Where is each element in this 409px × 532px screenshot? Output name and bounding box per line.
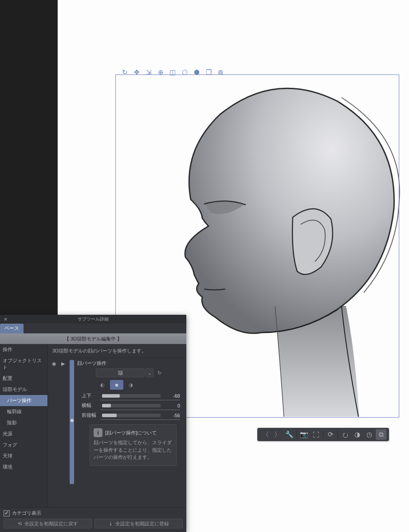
cube-wire-icon[interactable]: ◫ xyxy=(168,67,177,77)
slider-value[interactable]: 0 xyxy=(163,403,180,408)
cat-フォグ[interactable]: フォグ xyxy=(0,439,47,450)
panel-footer: カテゴリ表示 ⟲ 全設定を初期設定に戻す ⤓ 全設定を初期設定に登録 xyxy=(0,507,186,532)
slider-横幅: 横幅 0 xyxy=(82,402,180,409)
slider-track[interactable] xyxy=(102,394,161,398)
view-toolbar: 〈 〉 🔧 📷 ⛶ ⟳ ⭮ ◑ ◷ ⧉ xyxy=(257,428,389,441)
tab-base[interactable]: ベース xyxy=(0,324,24,333)
cube-up-icon[interactable]: ⬡ xyxy=(180,67,189,77)
show-category-label: カテゴリ表示 xyxy=(12,510,41,516)
layers-add-icon[interactable]: ⧉ xyxy=(376,429,386,440)
cube-cycle-icon[interactable]: ◑ xyxy=(352,429,362,440)
move-3d-icon[interactable]: ✥ xyxy=(132,67,142,77)
expand-icon[interactable]: ▶ xyxy=(59,360,67,367)
orbit-icon[interactable]: ↻ xyxy=(120,67,130,77)
reset-icon[interactable]: ↻ xyxy=(155,368,163,377)
manipulator-toolbar: ↻ ✥ ⇲ ⊕ ◫ ⬡ ⬢ ❐ ⋒ xyxy=(119,66,226,78)
slider-track[interactable] xyxy=(102,414,161,417)
slider-上下: 上下 -68 xyxy=(82,392,180,399)
panel-titlebar[interactable]: ✕ サブツール詳細 xyxy=(0,315,186,324)
settings-description: 3D頭部モデルの顔のパーツを操作します。 xyxy=(48,344,186,358)
cube-rotate-icon[interactable]: ⟳ xyxy=(325,429,336,440)
slider-value[interactable]: -56 xyxy=(163,413,180,418)
wrench-icon[interactable]: 🔧 xyxy=(284,429,295,440)
cat-陰影[interactable]: 陰影 xyxy=(0,417,47,428)
scale-3d-icon[interactable]: ⇲ xyxy=(144,67,153,77)
slider-前後幅: 前後幅 -56 xyxy=(82,412,180,419)
group-title: 顔パーツ操作 xyxy=(77,360,106,367)
cat-光源[interactable]: 光源 xyxy=(0,428,47,439)
timer-icon[interactable]: ◷ xyxy=(364,429,374,440)
cat-輪郭線[interactable]: 輪郭線 xyxy=(0,406,47,417)
rotation-add-icon[interactable]: ⭮ xyxy=(340,429,350,440)
focus-icon[interactable]: ⛶ xyxy=(311,429,321,440)
cat-操作[interactable]: 操作 xyxy=(0,344,47,355)
pivot-icon[interactable]: ⊕ xyxy=(156,67,165,77)
magnet-icon[interactable]: ⋒ xyxy=(216,67,225,77)
axis-right-icon[interactable]: ◑ xyxy=(124,380,138,390)
toolbar-separator xyxy=(338,430,338,438)
visibility-icon[interactable]: ◉ xyxy=(51,360,58,367)
cat-環境[interactable]: 環境 xyxy=(0,462,47,473)
slider-label: 前後幅 xyxy=(82,412,99,419)
settings-main: 3D頭部モデルの顔のパーツを操作します。 ◉ ▶ ◉ 顔パーツ操作 頭 xyxy=(48,344,186,507)
slider-label: 横幅 xyxy=(82,402,99,409)
eye-icon[interactable]: ◉ xyxy=(69,418,75,422)
panel-title: サブツール詳細 xyxy=(0,316,186,322)
panel-tabs: ベース xyxy=(0,324,186,333)
subtool-detail-panel: ✕ サブツール詳細 ベース 【 3D頭部モデル編集中 】 操作 オブジェクトリス… xyxy=(0,315,186,532)
box-stack-icon[interactable]: ❐ xyxy=(204,67,213,77)
save-icon: ⤓ xyxy=(109,521,113,527)
register-all-button[interactable]: ⤓ 全設定を初期設定に登録 xyxy=(94,519,183,528)
slider-value[interactable]: -68 xyxy=(163,393,180,399)
show-category-checkbox[interactable] xyxy=(4,510,10,516)
close-icon[interactable]: ✕ xyxy=(0,317,11,322)
cat-パーツ操作[interactable]: パーツ操作 xyxy=(0,395,47,406)
part-dropdown[interactable]: 頭 xyxy=(96,368,145,377)
next-icon[interactable]: 〉 xyxy=(272,429,283,440)
undo-icon: ⟲ xyxy=(18,521,22,527)
prev-icon[interactable]: 〈 xyxy=(260,429,271,440)
info-title: [顔パーツ操作]について xyxy=(105,430,157,436)
panel-subtitle: 【 3D頭部モデル編集中 】 xyxy=(0,333,186,344)
cat-配置[interactable]: 配置 xyxy=(0,373,47,384)
info-body: 顔パーツを指定してから、スライダーを操作することにより、指定したパーツの操作が行… xyxy=(94,439,173,461)
chevron-down-icon[interactable]: ⌄ xyxy=(146,368,153,377)
info-box: i [顔パーツ操作]について 顔パーツを指定してから、スライダーを操作することに… xyxy=(90,424,177,466)
category-list: 操作 オブジェクトリスト 配置 頭部モデル パーツ操作 輪郭線 陰影 光源 フォ… xyxy=(0,344,48,507)
cat-頭部モデル[interactable]: 頭部モデル xyxy=(0,384,47,395)
reset-all-label: 全設定を初期設定に戻す xyxy=(24,520,78,527)
axis-front-icon[interactable]: ☻ xyxy=(110,380,123,390)
slider-label: 上下 xyxy=(82,392,99,399)
register-all-label: 全設定を初期設定に登録 xyxy=(115,520,169,527)
cube-axes-icon[interactable]: ⬢ xyxy=(192,67,201,77)
reset-all-button[interactable]: ⟲ 全設定を初期設定に戻す xyxy=(4,519,92,528)
cat-オブジェクトリスト[interactable]: オブジェクトリスト xyxy=(0,355,47,373)
slider-track[interactable] xyxy=(102,404,161,407)
info-icon: i xyxy=(94,428,102,437)
toolbar-separator xyxy=(296,430,297,438)
cat-天球[interactable]: 天球 xyxy=(0,450,47,462)
axis-left-icon[interactable]: ◐ xyxy=(96,380,109,390)
camera-icon[interactable]: 📷 xyxy=(299,429,309,440)
toolbar-separator xyxy=(323,430,323,438)
